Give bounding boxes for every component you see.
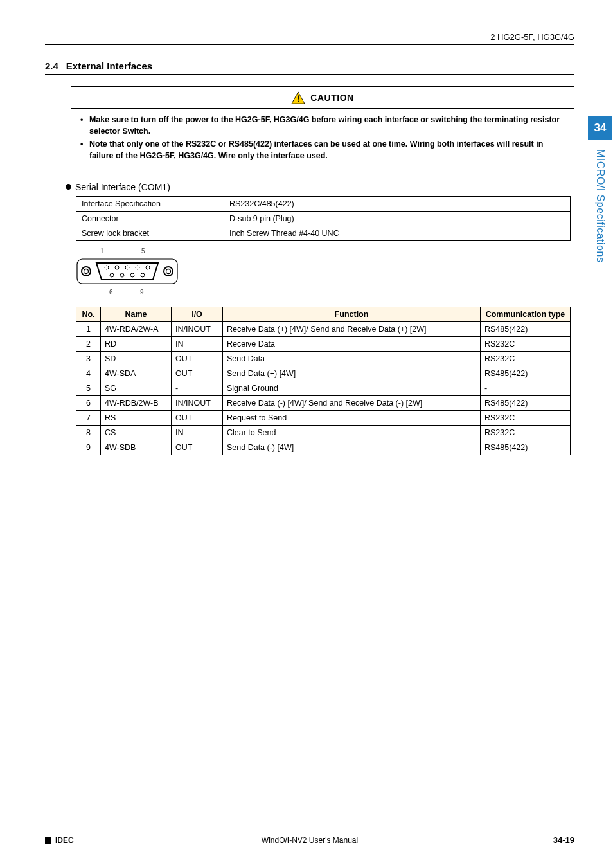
subheading: Serial Interface (COM1) <box>75 182 170 192</box>
col-io: I/O <box>172 307 223 321</box>
cell-function: Receive Data (+) [4W]/ Send and Receive … <box>223 321 481 336</box>
caution-box: CAUTION Make sure to turn off the power … <box>71 86 574 170</box>
cell-comm: RS232C <box>481 336 571 351</box>
cell-comm: RS232C <box>481 351 571 366</box>
cell-no: 3 <box>76 351 101 366</box>
cell-io: IN <box>172 425 223 440</box>
table-row: 8CSINClear to SendRS232C <box>76 425 571 440</box>
cell-no: 1 <box>76 321 101 336</box>
cell-io: OUT <box>172 410 223 425</box>
dsub-connector-icon <box>76 255 179 287</box>
svg-point-14 <box>110 273 114 277</box>
pin-label: 1 <box>100 248 104 255</box>
caution-item: Make sure to turn off the power to the H… <box>80 114 565 137</box>
cell-function: Request to Send <box>223 410 481 425</box>
cell-name: SG <box>101 381 172 395</box>
cell-name: CS <box>101 425 172 440</box>
svg-point-8 <box>166 269 171 273</box>
section-number: 2.4 <box>45 60 58 71</box>
cell-name: 4W-RDB/2W-B <box>101 395 172 410</box>
cell-no: 2 <box>76 336 101 351</box>
svg-point-10 <box>115 266 119 269</box>
spec-key: Connector <box>76 211 224 226</box>
cell-name: 4W-SDB <box>101 440 172 455</box>
svg-point-6 <box>84 269 89 273</box>
cell-name: RD <box>101 336 172 351</box>
section-title: External Interfaces <box>66 60 152 71</box>
cell-name: SD <box>101 351 172 366</box>
table-row: 5SG-Signal Ground- <box>76 381 571 395</box>
cell-no: 8 <box>76 425 101 440</box>
cell-comm: RS485(422) <box>481 366 571 381</box>
cell-function: Send Data (+) [4W] <box>223 366 481 381</box>
pin-label: 9 <box>140 289 144 296</box>
svg-point-11 <box>125 266 129 269</box>
bullet-icon <box>66 184 71 190</box>
svg-point-9 <box>105 266 109 269</box>
svg-rect-1 <box>298 95 299 99</box>
warning-triangle-icon <box>291 91 305 104</box>
cell-function: Signal Ground <box>223 381 481 395</box>
svg-point-15 <box>120 273 124 277</box>
cell-io: OUT <box>172 366 223 381</box>
page-footer: IDEC WindO/I-NV2 User's Manual 34-19 <box>45 831 574 845</box>
cell-name: RS <box>101 410 172 425</box>
cell-no: 5 <box>76 381 101 395</box>
svg-point-13 <box>146 266 150 269</box>
table-row: 3SDOUTSend DataRS232C <box>76 351 571 366</box>
svg-rect-2 <box>298 100 299 102</box>
svg-point-5 <box>82 267 91 276</box>
table-row: 2RDINReceive DataRS232C <box>76 336 571 351</box>
footer-title: WindO/I-NV2 User's Manual <box>45 836 574 845</box>
table-row: Screw lock bracket Inch Screw Thread #4-… <box>76 226 571 240</box>
caution-header: CAUTION <box>71 87 574 109</box>
cell-name: 4W-SDA <box>101 366 172 381</box>
table-row: 94W-SDBOUTSend Data (-) [4W]RS485(422) <box>76 440 571 455</box>
caution-item: Note that only one of the RS232C or RS48… <box>80 138 565 161</box>
side-tab: 34 MICRO/I Specifications <box>587 116 613 262</box>
table-row: 64W-RDB/2W-BIN/INOUTReceive Data (-) [4W… <box>76 395 571 410</box>
spec-val: Inch Screw Thread #4-40 UNC <box>224 226 571 240</box>
svg-point-17 <box>141 273 145 277</box>
cell-no: 6 <box>76 395 101 410</box>
col-name: Name <box>101 307 172 321</box>
table-row: Interface Specification RS232C/485(422) <box>76 196 571 211</box>
table-row: 44W-SDAOUTSend Data (+) [4W]RS485(422) <box>76 366 571 381</box>
cell-no: 7 <box>76 410 101 425</box>
cell-io: IN/INOUT <box>172 321 223 336</box>
cell-name: 4W-RDA/2W-A <box>101 321 172 336</box>
page-header: 2 HG2G-5F, HG3G/4G <box>45 32 574 45</box>
cell-io: IN <box>172 336 223 351</box>
spec-val: D-sub 9 pin (Plug) <box>224 211 571 226</box>
col-function: Function <box>223 307 481 321</box>
connector-diagram: 1 5 6 9 <box>76 248 179 296</box>
col-no: No. <box>76 307 101 321</box>
cell-comm: RS232C <box>481 410 571 425</box>
cell-io: OUT <box>172 351 223 366</box>
cell-function: Receive Data (-) [4W]/ Send and Receive … <box>223 395 481 410</box>
spec-key: Interface Specification <box>76 196 224 211</box>
pins-table: No. Name I/O Function Communication type… <box>76 307 571 455</box>
svg-point-12 <box>136 266 139 269</box>
cell-function: Send Data <box>223 351 481 366</box>
cell-no: 9 <box>76 440 101 455</box>
cell-comm: RS232C <box>481 425 571 440</box>
pin-label: 5 <box>141 248 145 255</box>
spec-table: Interface Specification RS232C/485(422) … <box>76 196 571 241</box>
cell-io: OUT <box>172 440 223 455</box>
cell-comm: RS485(422) <box>481 440 571 455</box>
spec-val: RS232C/485(422) <box>224 196 571 211</box>
cell-no: 4 <box>76 366 101 381</box>
svg-point-7 <box>164 267 173 276</box>
cell-comm: RS485(422) <box>481 321 571 336</box>
subheading-row: Serial Interface (COM1) <box>66 182 574 192</box>
table-row: Connector D-sub 9 pin (Plug) <box>76 211 571 226</box>
section-heading: 2.4 External Interfaces <box>45 60 574 75</box>
cell-comm: RS485(422) <box>481 395 571 410</box>
cell-function: Clear to Send <box>223 425 481 440</box>
spec-key: Screw lock bracket <box>76 226 224 240</box>
cell-function: Receive Data <box>223 336 481 351</box>
caution-label: CAUTION <box>310 93 353 103</box>
col-comm: Communication type <box>481 307 571 321</box>
svg-point-16 <box>130 273 134 277</box>
